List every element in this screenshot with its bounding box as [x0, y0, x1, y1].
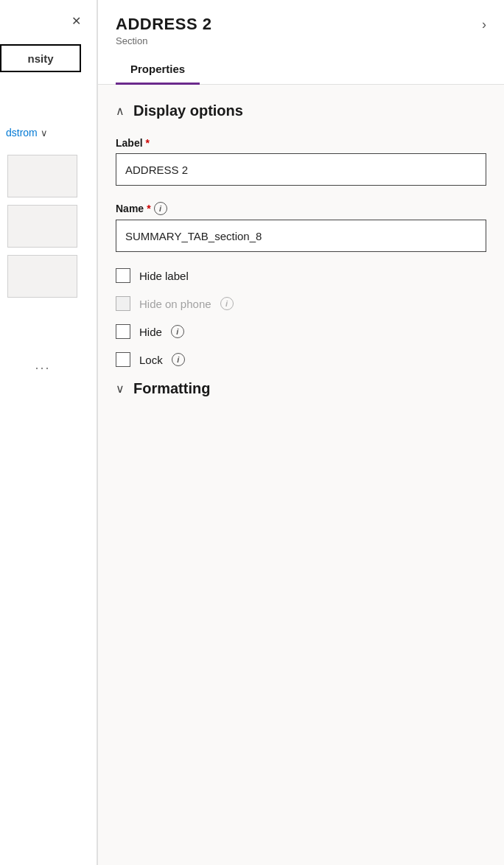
- hide-group: Hide i: [116, 324, 486, 339]
- label-form-group: Label *: [116, 137, 486, 186]
- lock-checkbox[interactable]: [116, 352, 130, 367]
- sidebar-dots: ⋮: [34, 361, 52, 377]
- hide-on-phone-group: Hide on phone i: [116, 296, 486, 311]
- name-form-group: Name * i: [116, 202, 486, 252]
- hide-label-text: Hide label: [139, 270, 189, 282]
- panel-title: ADDRESS 2: [116, 15, 211, 34]
- label-required-star: *: [146, 137, 150, 149]
- sidebar-label: nsity: [0, 44, 81, 72]
- tab-properties[interactable]: Properties: [116, 55, 200, 85]
- hide-label-group: Hide label: [116, 268, 486, 283]
- display-options-title: Display options: [133, 102, 243, 119]
- collapse-icon[interactable]: ∧: [116, 104, 125, 118]
- lock-group: Lock i: [116, 352, 486, 367]
- hide-label-checkbox[interactable]: [116, 268, 130, 283]
- right-panel: ADDRESS 2 › Section Properties ∧ Display…: [97, 0, 504, 865]
- hide-on-phone-text: Hide on phone: [139, 298, 211, 310]
- chevron-down-icon: ∨: [41, 127, 48, 139]
- name-info-icon[interactable]: i: [154, 202, 167, 215]
- name-required-star: *: [147, 203, 150, 214]
- hide-row: Hide i: [116, 324, 486, 339]
- hide-label-row: Hide label: [116, 268, 486, 283]
- formatting-header: ∨ Formatting: [116, 380, 486, 397]
- label-input[interactable]: [116, 153, 486, 186]
- name-input[interactable]: [116, 220, 486, 252]
- hide-info-icon[interactable]: i: [171, 325, 184, 338]
- display-options-header: ∧ Display options: [116, 102, 486, 119]
- name-field-label: Name * i: [116, 202, 486, 215]
- hide-checkbox[interactable]: [116, 324, 130, 339]
- lock-text: Lock: [139, 354, 163, 366]
- lock-row: Lock i: [116, 352, 486, 367]
- lock-info-icon[interactable]: i: [172, 353, 185, 366]
- panel-tabs: Properties: [116, 55, 486, 84]
- label-field-label: Label *: [116, 137, 486, 149]
- hide-on-phone-checkbox: [116, 296, 130, 311]
- panel-header: ADDRESS 2 › Section Properties: [98, 0, 504, 85]
- sidebar-box-2: [7, 205, 77, 248]
- panel-content: ∧ Display options Label * Name * i Hide: [98, 85, 504, 415]
- panel-subtitle: Section: [116, 35, 486, 46]
- sidebar-box-3: [7, 255, 77, 298]
- formatting-expand-icon[interactable]: ∨: [116, 382, 125, 396]
- hide-on-phone-row: Hide on phone i: [116, 296, 486, 311]
- close-button[interactable]: ✕: [66, 10, 86, 31]
- sidebar-link-text: dstrom: [6, 127, 38, 139]
- chevron-right-icon[interactable]: ›: [482, 17, 486, 32]
- left-sidebar: ✕ nsity dstrom ∨ ⋮: [0, 0, 97, 865]
- sidebar-link[interactable]: dstrom ∨: [0, 124, 54, 141]
- hide-on-phone-info-icon[interactable]: i: [220, 297, 234, 310]
- hide-text: Hide: [139, 326, 162, 338]
- panel-title-row: ADDRESS 2 ›: [116, 15, 486, 34]
- formatting-title: Formatting: [133, 380, 210, 397]
- sidebar-box-1: [7, 155, 77, 197]
- sidebar-boxes: [7, 155, 77, 298]
